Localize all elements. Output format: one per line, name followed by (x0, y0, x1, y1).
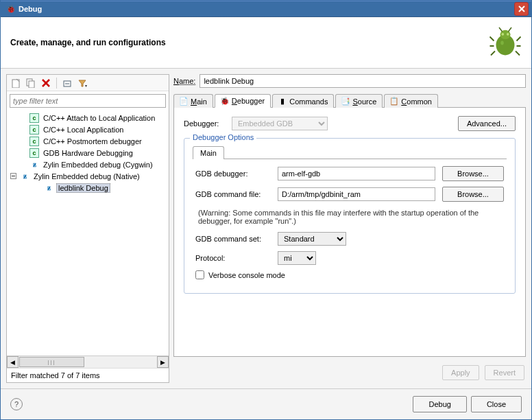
scroll-left-button[interactable]: ◀ (7, 356, 19, 368)
close-button[interactable]: Close (471, 396, 522, 412)
debug-dialog: 🐞 Debug Create, manage, and run configur… (0, 0, 532, 420)
revert-button: Revert (485, 365, 524, 380)
tab-bar: 📄Main 🐞Debugger ▮Commands 📑Source 📋Commo… (173, 93, 526, 108)
cmdset-select[interactable]: Standard (278, 232, 346, 246)
tab-container: 📄Main 🐞Debugger ▮Commands 📑Source 📋Commo… (173, 93, 526, 357)
debug-button[interactable]: Debug (413, 396, 466, 412)
scroll-right-button[interactable]: ▶ (157, 356, 169, 368)
bug-icon (489, 25, 522, 60)
debugger-select: Embedded GDB (232, 117, 328, 130)
gdb-cmdfile-label: GDB command file: (195, 190, 271, 198)
debugger-options-group: Debugger Options Main GDB debugger: Brow… (184, 138, 516, 294)
expand-placeholder (19, 149, 27, 156)
protocol-select[interactable]: mi (278, 251, 316, 265)
expand-placeholder (19, 114, 27, 121)
gdb-debugger-input[interactable] (278, 167, 435, 180)
toolbar-separator (56, 78, 57, 89)
tree-item-zylin-native[interactable]: ᵶZylin Embedded debug (Native) (7, 170, 169, 182)
advanced-button[interactable]: Advanced... (458, 116, 516, 131)
common-tab-icon: 📋 (390, 97, 398, 106)
verbose-row: Verbose console mode (195, 270, 504, 279)
debugger-form: GDB debugger: Browse... GDB command file… (193, 162, 507, 283)
debugger-tab-content: Debugger: Embedded GDB Advanced... Debug… (173, 108, 526, 357)
tree-item-gdb-hw[interactable]: cGDB Hardware Debugging (7, 147, 169, 159)
zylin-icon: ᵶ (29, 160, 39, 170)
c-app-icon: c (29, 125, 39, 135)
main-tab-icon: 📄 (180, 97, 188, 106)
delete-config-button[interactable] (40, 77, 52, 89)
filter-dropdown-button[interactable] (76, 77, 88, 89)
svg-point-4 (500, 41, 504, 45)
horizontal-scrollbar[interactable]: ◀ ||| ▶ (7, 355, 169, 368)
config-tree[interactable]: cC/C++ Attach to Local Application cC/C+… (7, 110, 169, 355)
tree-item-zylin-cygwin[interactable]: ᵶZylin Embedded debug (Cygwin) (7, 159, 169, 170)
verbose-label: Verbose console mode (208, 271, 285, 279)
apply-button: Apply (442, 365, 479, 380)
expand-placeholder (19, 137, 27, 145)
dialog-header: Create, manage, and run configurations (1, 17, 531, 69)
content-area: cC/C++ Attach to Local Application cC/C+… (1, 69, 531, 388)
svg-point-2 (501, 33, 504, 36)
bug-glyph-icon: 🐞 (6, 5, 16, 14)
tab-common[interactable]: 📋Common (384, 94, 438, 108)
new-config-button[interactable] (10, 77, 22, 89)
expand-placeholder (19, 126, 27, 133)
dialog-footer: ? Debug Close (1, 388, 531, 419)
tab-debugger[interactable]: 🐞Debugger (215, 94, 271, 108)
tab-main[interactable]: 📄Main (173, 94, 213, 108)
config-name-input[interactable] (200, 74, 526, 88)
scroll-thumb[interactable]: ||| (19, 357, 84, 367)
window-title: 🐞 Debug (3, 5, 514, 14)
config-detail-panel: Name: 📄Main 🐞Debugger ▮Commands 📑Source … (173, 74, 526, 383)
apply-revert-row: Apply Revert (173, 362, 526, 383)
title-bar: 🐞 Debug (1, 1, 531, 17)
config-tree-panel: cC/C++ Attach to Local Application cC/C+… (6, 74, 169, 383)
debugger-label: Debugger: (184, 119, 228, 128)
zylin-icon: ᵶ (44, 183, 53, 193)
tree-item-c-local[interactable]: cC/C++ Local Application (7, 124, 169, 135)
close-window-button[interactable] (514, 2, 529, 16)
c-app-icon: c (29, 137, 39, 146)
tree-toolbar (7, 75, 169, 91)
cmdset-label: GDB command set: (195, 235, 271, 243)
dialog-header-text: Create, manage, and run configurations (10, 38, 489, 47)
c-app-icon: c (29, 113, 39, 123)
source-tab-icon: 📑 (341, 97, 350, 106)
warning-text: (Warning: Some commands in this file may… (195, 207, 504, 226)
commands-tab-icon: ▮ (278, 97, 287, 106)
zylin-icon: ᵶ (20, 172, 29, 181)
tab-commands[interactable]: ▮Commands (272, 94, 334, 108)
tree-item-ledblink[interactable]: ᵶledblink Debug (7, 182, 169, 194)
debugger-select-row: Debugger: Embedded GDB Advanced... (184, 116, 516, 131)
gdb-debugger-label: GDB debugger: (195, 170, 271, 178)
help-button[interactable]: ? (10, 398, 23, 410)
sub-tab-main[interactable]: Main (193, 146, 224, 159)
browse-gdb-button[interactable]: Browse... (442, 166, 504, 181)
protocol-label: Protocol: (195, 254, 271, 262)
gdb-cmdfile-input[interactable] (278, 187, 435, 201)
duplicate-config-button[interactable] (25, 77, 37, 89)
tree-item-c-postmortem[interactable]: cC/C++ Postmortem debugger (7, 135, 169, 147)
collapse-icon[interactable] (10, 172, 17, 180)
sub-tab-bar: Main (193, 145, 507, 159)
verbose-checkbox[interactable] (195, 270, 204, 279)
filter-input[interactable] (10, 94, 166, 108)
svg-point-3 (507, 33, 509, 36)
filter-status: Filter matched 7 of 7 items (7, 368, 169, 382)
tab-source[interactable]: 📑Source (335, 94, 383, 108)
name-label: Name: (173, 77, 195, 85)
name-row: Name: (173, 74, 526, 88)
browse-cmdfile-button[interactable]: Browse... (442, 187, 504, 202)
svg-rect-7 (29, 81, 34, 88)
debugger-options-legend: Debugger Options (190, 133, 256, 141)
c-app-icon: c (29, 148, 39, 158)
collapse-all-button[interactable] (61, 77, 73, 89)
expand-placeholder (19, 161, 27, 168)
tree-item-c-attach[interactable]: cC/C++ Attach to Local Application (7, 112, 169, 124)
debugger-tab-icon: 🐞 (221, 97, 229, 105)
